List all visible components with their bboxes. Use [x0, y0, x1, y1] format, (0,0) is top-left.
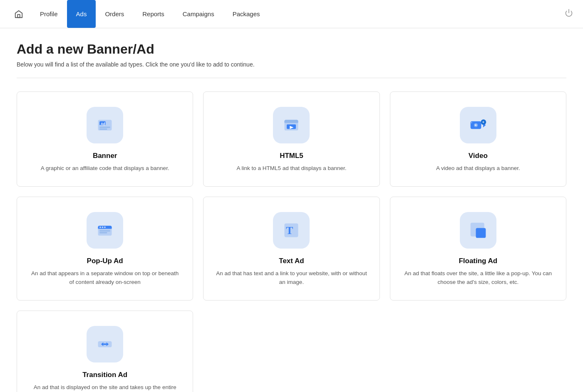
page-content: Add a new Banner/Ad Below you will find … — [0, 28, 583, 392]
svg-text:T: T — [286, 224, 293, 237]
tab-packages[interactable]: Packages — [223, 0, 269, 28]
transition-desc: An ad that is displayed on the site and … — [29, 383, 181, 392]
html5-icon-wrap — [273, 107, 310, 143]
tab-campaigns[interactable]: Campaigns — [174, 0, 223, 28]
home-button[interactable] — [7, 0, 31, 28]
grid-spacer-2 — [390, 311, 566, 392]
svg-rect-9 — [285, 121, 298, 123]
ad-grid-row3: Transition Ad An ad that is displayed on… — [17, 311, 566, 392]
floating-icon-wrap — [460, 212, 496, 249]
page-subtitle: Below you will find a list of the availa… — [17, 61, 566, 68]
ad-grid-row1: Ad Banner A graphic or an affiliate code… — [17, 91, 566, 187]
navbar: Profile Ads Orders Reports Campaigns Pac… — [0, 0, 583, 28]
page-title: Add a new Banner/Ad — [17, 42, 566, 57]
svg-rect-26 — [99, 232, 107, 234]
html5-title: HTML5 — [280, 152, 303, 160]
svg-point-23 — [102, 227, 104, 228]
popup-icon-wrap — [87, 212, 123, 249]
power-button[interactable] — [561, 5, 576, 22]
tab-profile[interactable]: Profile — [31, 0, 67, 28]
svg-text:+: + — [482, 120, 484, 124]
floating-desc: An ad that floats over the site, a littl… — [402, 269, 554, 287]
svg-rect-0 — [17, 14, 20, 17]
svg-rect-34 — [103, 343, 106, 345]
ad-card-video[interactable]: + Video A video ad that displays a banne… — [390, 91, 566, 187]
grid-spacer-1 — [203, 311, 380, 392]
ad-card-banner[interactable]: Ad Banner A graphic or an affiliate code… — [17, 91, 193, 187]
video-icon-wrap: + — [460, 107, 496, 143]
text-desc: An ad that has text and a link to your w… — [215, 269, 367, 287]
svg-rect-30 — [476, 228, 486, 238]
floating-title: Floating Ad — [459, 257, 497, 265]
ad-card-floating[interactable]: Floating Ad An ad that floats over the s… — [390, 197, 566, 301]
svg-point-24 — [104, 227, 106, 228]
text-icon-wrap: T — [273, 212, 310, 249]
ad-card-html5[interactable]: HTML5 A link to a HTML5 ad that displays… — [203, 91, 380, 187]
html5-desc: A link to a HTML5 ad that displays a ban… — [236, 164, 346, 173]
svg-point-22 — [99, 227, 101, 228]
video-title: Video — [469, 152, 488, 160]
svg-rect-5 — [99, 127, 110, 128]
tab-reports[interactable]: Reports — [133, 0, 174, 28]
popup-title: Pop-Up Ad — [87, 257, 123, 265]
ad-card-transition[interactable]: Transition Ad An ad that is displayed on… — [17, 311, 193, 392]
svg-rect-25 — [99, 230, 110, 232]
video-desc: A video ad that displays a banner. — [436, 164, 520, 173]
popup-desc: An ad that appears in a separate window … — [29, 269, 181, 287]
transition-title: Transition Ad — [82, 371, 127, 379]
tab-ads[interactable]: Ads — [67, 0, 96, 28]
tab-orders[interactable]: Orders — [96, 0, 133, 28]
ad-card-text[interactable]: T Text Ad An ad that has text and a link… — [203, 197, 380, 301]
ad-card-popup[interactable]: Pop-Up Ad An ad that appears in a separa… — [17, 197, 193, 301]
divider — [17, 78, 566, 78]
banner-title: Banner — [93, 152, 117, 160]
banner-desc: A graphic or an affiliate code that disp… — [41, 164, 169, 173]
banner-icon-wrap: Ad — [87, 107, 123, 143]
svg-rect-14 — [471, 122, 472, 123]
svg-rect-6 — [99, 128, 107, 130]
transition-icon-wrap — [87, 326, 123, 362]
svg-text:Ad: Ad — [101, 122, 105, 126]
ad-grid-row2: Pop-Up Ad An ad that appears in a separa… — [17, 197, 566, 301]
text-title: Text Ad — [279, 257, 304, 265]
